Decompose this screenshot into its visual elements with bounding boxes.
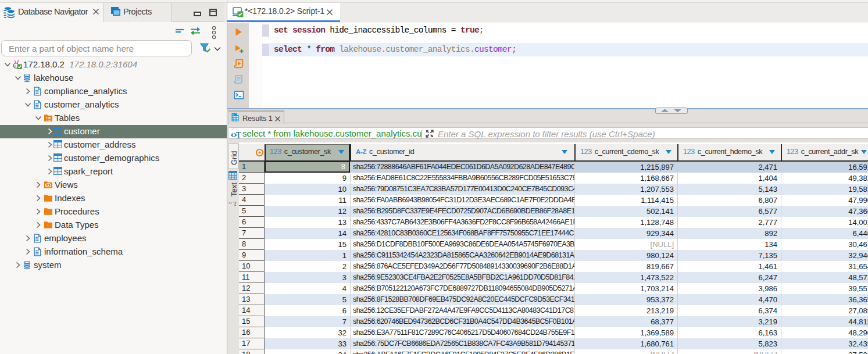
svg-text:T: T	[236, 130, 242, 140]
svg-text:‹›: ‹›	[228, 200, 232, 206]
svg-text:T: T	[233, 200, 237, 207]
